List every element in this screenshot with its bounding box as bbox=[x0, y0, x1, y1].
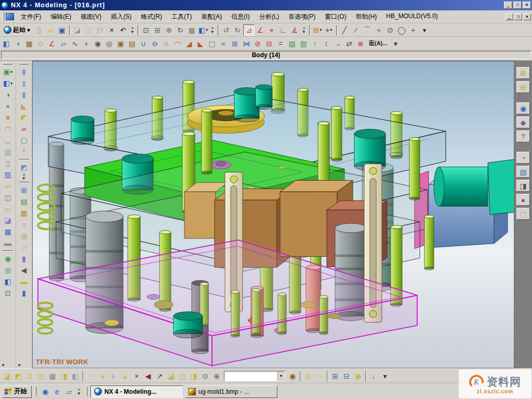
replace-face-button[interactable]: ⇄ bbox=[343, 38, 355, 49]
basic-curves-button[interactable]: + bbox=[407, 24, 419, 36]
wire-sphere-button[interactable]: ○ bbox=[18, 219, 30, 230]
copy-button[interactable]: ◫ bbox=[83, 24, 95, 36]
menu-item-6[interactable]: 装配(A) bbox=[196, 11, 227, 23]
media-player-launcher-button[interactable]: ◉ bbox=[39, 386, 51, 397]
boss-button[interactable]: ◎ bbox=[103, 38, 115, 49]
edge-blend-button[interactable]: ◠ bbox=[172, 38, 183, 49]
drawer-button[interactable]: ▬ bbox=[2, 237, 14, 249]
rotate-view-x-button[interactable]: ↺ bbox=[220, 24, 232, 36]
doc-minimize-button[interactable]: _ bbox=[506, 14, 513, 20]
internet-explorer-launcher-button[interactable]: e bbox=[51, 386, 63, 397]
menu-item-1[interactable]: 编辑(E) bbox=[46, 11, 76, 23]
check-clearance-button[interactable]: ◎ bbox=[302, 370, 314, 382]
ejector-pin[interactable] bbox=[409, 138, 420, 201]
rail-grip[interactable] bbox=[3, 63, 12, 64]
menu-grip[interactable] bbox=[3, 12, 4, 21]
patch-button[interactable]: ▧ bbox=[286, 38, 298, 49]
delete-button[interactable]: × bbox=[106, 24, 117, 36]
menu-item-4[interactable]: 格式(R) bbox=[136, 11, 167, 23]
csys-origin-button[interactable]: ⌖ bbox=[266, 24, 277, 36]
array-component-button[interactable]: ◧ bbox=[70, 370, 81, 382]
cylinder-tool-button[interactable]: ▮ bbox=[18, 66, 30, 77]
menu-item-5[interactable]: 工具(T) bbox=[167, 11, 196, 23]
sketch-in-task-dropdown-icon[interactable]: ▾ bbox=[10, 70, 12, 74]
web-browser-button[interactable]: ◉ bbox=[516, 102, 530, 114]
hole-button[interactable]: ◉ bbox=[92, 38, 103, 49]
mating-conditions-button[interactable]: ⊡ bbox=[24, 370, 35, 382]
title-bar[interactable]: NX 4 - Modeling - [016.prt] _ ❐ × bbox=[0, 0, 532, 10]
delete-face-button[interactable]: ⊗ bbox=[355, 38, 366, 49]
pan-view-button[interactable]: ▦ bbox=[186, 24, 197, 36]
move-component-button[interactable]: ◫ bbox=[35, 370, 47, 382]
polyline-button[interactable]: ∕ bbox=[350, 24, 362, 36]
swept-button[interactable]: ◠ bbox=[2, 123, 14, 135]
thread-button[interactable]: ≈ bbox=[218, 38, 229, 49]
restore-button[interactable]: ❐ bbox=[513, 2, 522, 9]
curve-button[interactable]: ∿ bbox=[69, 38, 81, 49]
quill-cap-2[interactable] bbox=[256, 85, 272, 109]
relations-browser-button[interactable]: ◉ bbox=[352, 370, 364, 382]
csys-display-button[interactable]: ∟ bbox=[277, 24, 289, 36]
bottom-bushing[interactable] bbox=[174, 312, 203, 338]
flexible-assembly-button[interactable]: ◀ bbox=[142, 370, 154, 382]
ellipse-button[interactable]: ◯ bbox=[396, 24, 407, 36]
selection-filter-button[interactable]: ⊞▾ bbox=[312, 24, 323, 36]
toolbar-overflow[interactable]: »▾ bbox=[209, 24, 216, 36]
sew-button[interactable]: = bbox=[275, 38, 286, 49]
instance-button[interactable]: ⊞ bbox=[229, 38, 241, 49]
section-view-button[interactable]: ◩ bbox=[18, 162, 30, 173]
arc-button[interactable]: ⌒ bbox=[362, 24, 373, 36]
thicken-button[interactable]: ▥ bbox=[298, 38, 309, 49]
wave-geometry-linker-button[interactable]: ⊞ bbox=[329, 370, 341, 382]
target-select-button[interactable]: ◎ bbox=[2, 264, 14, 276]
task-button-nx[interactable]: NX 4 - Modeling... bbox=[90, 385, 183, 398]
rotate-view-button[interactable]: ↻ bbox=[175, 24, 186, 36]
point-spark-button[interactable]: * bbox=[18, 146, 30, 157]
add-component-button[interactable]: ◪ bbox=[1, 370, 12, 382]
extrude-tool-dropdown-icon[interactable]: ▾ bbox=[10, 81, 12, 86]
replace-component-button[interactable]: ◨ bbox=[58, 370, 70, 382]
fit-view-button[interactable]: ⊡ bbox=[140, 24, 152, 36]
snap-point-dropdown-icon[interactable]: ▾ bbox=[330, 28, 332, 32]
hide-component-button[interactable]: ◫ bbox=[177, 370, 188, 382]
cabinet-button[interactable]: ▦ bbox=[2, 226, 14, 237]
toolbar-overflow[interactable]: »▾ bbox=[75, 386, 83, 397]
ejector-pin[interactable] bbox=[424, 215, 434, 270]
offset-face-button[interactable]: ↑ bbox=[309, 38, 321, 49]
assembly-navigator-button[interactable]: ⊞ bbox=[516, 67, 530, 79]
deformed-part-button[interactable]: × bbox=[131, 370, 142, 382]
save-button[interactable]: ▣ bbox=[56, 24, 68, 36]
csys-dynamics-button[interactable]: ⊿ bbox=[243, 24, 255, 36]
show-component-button[interactable]: ◨ bbox=[188, 370, 200, 382]
assembly-sequence-button[interactable]: ↗ bbox=[154, 370, 165, 382]
sheet-body-button[interactable]: ▤ bbox=[2, 146, 14, 157]
roles-button[interactable]: ● bbox=[516, 194, 530, 206]
speaker-button[interactable]: ◀ bbox=[18, 264, 30, 276]
3d-model-canvas[interactable] bbox=[33, 61, 514, 368]
catalog-book-button[interactable]: ▤ bbox=[18, 196, 30, 207]
wave-link-button[interactable]: ◔ bbox=[85, 370, 97, 382]
quill-cap-far-left[interactable] bbox=[71, 116, 94, 144]
unite-quick-button[interactable]: ◉ bbox=[2, 253, 14, 264]
customize-tools-button[interactable]: ◨ bbox=[516, 180, 530, 192]
split-body-button[interactable]: ⊟ bbox=[263, 38, 275, 49]
part-families-button[interactable]: ▤ bbox=[516, 166, 530, 178]
clip-feature-button[interactable]: ◫ bbox=[2, 192, 14, 203]
row2-more-button[interactable]: ▾ bbox=[390, 38, 401, 49]
toolbar-overflow[interactable]: »▾ bbox=[20, 173, 28, 180]
point-button[interactable]: + bbox=[81, 38, 92, 49]
reposition-component-button[interactable]: ▦ bbox=[47, 370, 58, 382]
graphics-window[interactable]: TFR-TRI WORK bbox=[32, 61, 514, 368]
block-button[interactable]: ▦ bbox=[23, 38, 35, 49]
card-button[interactable]: ▰ bbox=[18, 123, 30, 135]
shaded-display-button[interactable]: ◧▾ bbox=[197, 24, 209, 36]
menu-item-0[interactable]: 文件(F) bbox=[16, 11, 46, 23]
menu-item-9[interactable]: 首选项(P) bbox=[284, 11, 320, 23]
rail-grip[interactable] bbox=[19, 63, 29, 64]
chamfer-button[interactable]: ◢ bbox=[183, 38, 195, 49]
blue-cylinder-button[interactable]: ▮ bbox=[18, 287, 30, 299]
pad-button[interactable]: ▤ bbox=[126, 38, 138, 49]
menu-item-8[interactable]: 分析(L) bbox=[255, 11, 284, 23]
donut-button[interactable]: ◎ bbox=[18, 230, 30, 242]
close-button[interactable]: × bbox=[523, 2, 531, 9]
